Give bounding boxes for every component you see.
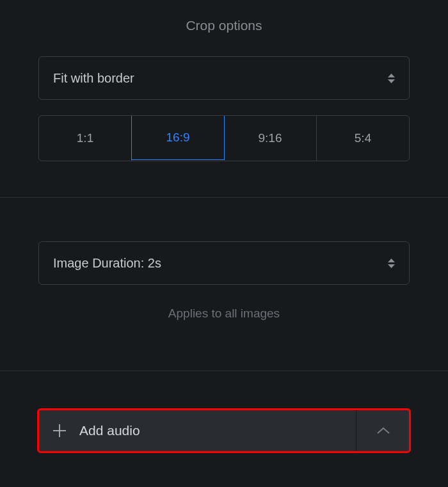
ratio-5-4[interactable]: 5:4 (317, 116, 409, 161)
duration-hint: Applies to all images (38, 307, 410, 321)
ratio-9-16[interactable]: 9:16 (224, 116, 317, 161)
ratio-16-9[interactable]: 16:9 (131, 115, 225, 160)
aspect-ratio-group: 1:1 16:9 9:16 5:4 (38, 115, 410, 161)
image-duration-dropdown[interactable]: Image Duration: 2s (38, 241, 410, 285)
plus-icon (52, 424, 67, 438)
stepper-icon (388, 259, 395, 268)
image-duration-label: Image Duration: 2s (53, 256, 161, 271)
stepper-icon (388, 74, 395, 83)
fit-mode-label: Fit with border (53, 71, 134, 86)
add-audio-bar: Add audio (38, 410, 410, 452)
add-audio-label: Add audio (79, 423, 140, 438)
ratio-1-1[interactable]: 1:1 (39, 116, 132, 161)
expand-audio-button[interactable] (356, 410, 410, 452)
fit-mode-dropdown[interactable]: Fit with border (38, 56, 410, 100)
add-audio-button[interactable]: Add audio (38, 410, 356, 452)
crop-options-heading: Crop options (38, 0, 410, 56)
chevron-up-icon (376, 427, 390, 435)
